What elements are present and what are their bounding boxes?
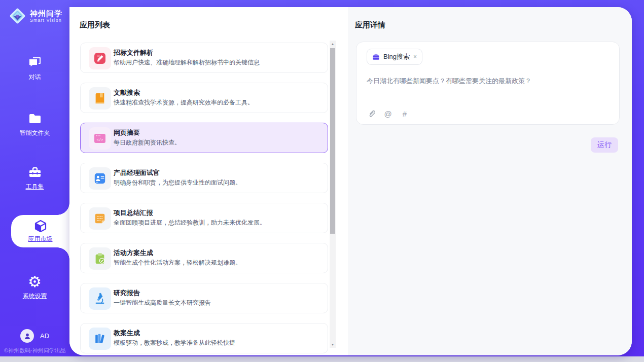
paperclip-icon[interactable] xyxy=(367,109,376,118)
app-desc: 全面回顾项目进展，总结经验教训，助力未来优化发展。 xyxy=(114,219,266,227)
diamond-logo-icon xyxy=(8,7,27,25)
app-title: 项目总结汇报 xyxy=(114,208,153,218)
brand-text: 神州问学 Smart Vision xyxy=(30,9,62,23)
attachment-toolbar: @ # xyxy=(367,109,409,118)
app-desc: 模板驱动，教案秒成，教学准备从此轻松快捷 xyxy=(114,339,235,347)
run-button[interactable]: 运行 xyxy=(591,137,618,153)
list-scrollbar[interactable]: ▲ ▼ xyxy=(330,41,336,348)
app-desc: 帮助用户快速、准确地理解和解析招标书中的关键信息 xyxy=(114,58,260,67)
interviewer-icon xyxy=(89,167,111,190)
chat-icon xyxy=(28,56,42,70)
user-account[interactable]: AD xyxy=(20,329,49,343)
sidebar-item-toolset[interactable]: 工具集 xyxy=(0,165,69,191)
app-title: 研究报告 xyxy=(114,288,140,298)
tool-tag-label: Bing搜索 xyxy=(383,52,410,61)
sidebar-item-app-market[interactable]: 应用市场 xyxy=(11,215,69,247)
app-shell: 神州问学 Smart Vision 对话 智能文件夹 xyxy=(0,0,644,356)
tool-tag-bing-search[interactable]: Bing搜索 × xyxy=(367,49,422,65)
app-title: 文献搜索 xyxy=(114,88,140,97)
user-icon xyxy=(23,332,31,340)
sidebar-item-label: 应用市场 xyxy=(28,235,53,243)
app-detail-title: 应用详情 xyxy=(355,20,385,30)
app-card-pm-interviewer[interactable]: 产品经理面试官 明确身份和职责，为您提供专业性的面试问题。 xyxy=(80,163,328,193)
scrollbar-thumb[interactable] xyxy=(330,48,335,234)
brand-subtitle: Smart Vision xyxy=(30,18,62,23)
prompt-card: Bing搜索 × 今日湖北有哪些新闻要点？有哪些需要关注的最新政策？ @ # xyxy=(356,42,620,125)
app-card-bid-parse[interactable]: 招标文件解析 帮助用户快速、准确地理解和解析招标书中的关键信息 xyxy=(80,43,328,73)
sidebar-item-label: 对话 xyxy=(29,73,41,82)
hashtag-icon[interactable]: # xyxy=(400,109,409,118)
books-icon xyxy=(89,328,111,350)
app-card-research-report[interactable]: 研究报告 一键智能生成高质量长文本研究报告 xyxy=(80,283,328,313)
toolbox-icon xyxy=(28,165,42,179)
app-desc: 一键智能生成高质量长文本研究报告 xyxy=(114,299,211,307)
app-list-title: 应用列表 xyxy=(80,20,110,30)
user-name: AD xyxy=(40,332,49,340)
avatar xyxy=(20,329,34,343)
sidebar-item-chat[interactable]: 对话 xyxy=(0,56,69,82)
microscope-icon xyxy=(89,287,111,310)
book-icon xyxy=(89,87,111,110)
edit-document-icon xyxy=(89,47,111,69)
main-content: 应用列表 招标文件解析 帮助用户快速、准确地理解和解析招标书中的关键信息 xyxy=(69,7,632,355)
app-desc: 每日政府新闻资讯快查。 xyxy=(114,138,181,147)
sidebar-item-label: 系统设置 xyxy=(23,292,47,301)
sidebar-item-settings[interactable]: ⚙ 系统设置 xyxy=(0,275,69,301)
app-card-literature-search[interactable]: 文献搜索 快速精准查找学术资源，提高研究效率的必备工具。 xyxy=(80,83,328,113)
note-icon xyxy=(89,207,111,230)
brand-logo: 神州问学 Smart Vision xyxy=(8,7,62,25)
gear-icon: ⚙ xyxy=(28,275,42,289)
app-title: 活动方案生成 xyxy=(114,248,153,258)
briefcase-icon xyxy=(372,53,380,61)
app-title: 招标文件解析 xyxy=(114,48,153,57)
copyright-text: ©神州数码·神州问学出品 xyxy=(4,347,66,354)
app-card-web-summary[interactable]: </> 网页摘要 每日政府新闻资讯快查。 xyxy=(80,123,328,153)
mention-icon[interactable]: @ xyxy=(383,109,392,118)
svg-text:</>: </> xyxy=(97,138,103,142)
app-card-event-plan[interactable]: 活动方案生成 智能生成个性化活动方案，轻松解决规划难题。 xyxy=(80,243,328,273)
app-title: 产品经理面试官 xyxy=(114,168,160,177)
clipboard-check-icon xyxy=(89,247,111,270)
app-desc: 智能生成个性化活动方案，轻松解决规划难题。 xyxy=(114,259,241,267)
app-card-project-summary[interactable]: 项目总结汇报 全面回顾项目进展，总结经验教训，助力未来优化发展。 xyxy=(80,203,328,233)
sidebar-item-label: 工具集 xyxy=(26,183,44,191)
app-title: 网页摘要 xyxy=(114,128,140,137)
scroll-down-arrow-icon[interactable]: ▼ xyxy=(330,341,336,348)
sidebar: 神州问学 Smart Vision 对话 智能文件夹 xyxy=(0,0,69,356)
app-desc: 明确身份和职责，为您提供专业性的面试问题。 xyxy=(114,178,241,187)
app-desc: 快速精准查找学术资源，提高研究效率的必备工具。 xyxy=(114,98,254,107)
folder-icon xyxy=(28,112,42,126)
app-detail-panel: 应用详情 Bing搜索 × 今日湖北有哪些新闻要点？有哪些需要关注的最新政策？ xyxy=(348,7,632,355)
scroll-up-arrow-icon[interactable]: ▲ xyxy=(330,41,336,47)
web-code-icon: </> xyxy=(89,127,111,150)
app-title: 教案生成 xyxy=(114,329,140,338)
app-card-lesson-plan[interactable]: 教案生成 模板驱动，教案秒成，教学准备从此轻松快捷 xyxy=(80,323,328,353)
sidebar-item-label: 智能文件夹 xyxy=(20,129,50,137)
prompt-text: 今日湖北有哪些新闻要点？有哪些需要关注的最新政策？ xyxy=(367,77,609,86)
brand-name: 神州问学 xyxy=(30,9,62,18)
app-list: 招标文件解析 帮助用户快速、准确地理解和解析招标书中的关键信息 文献搜索 快速精… xyxy=(80,43,328,355)
sidebar-item-smart-folder[interactable]: 智能文件夹 xyxy=(0,112,69,137)
app-list-panel: 应用列表 招标文件解析 帮助用户快速、准确地理解和解析招标书中的关键信息 xyxy=(69,7,348,355)
cube-icon xyxy=(33,219,48,233)
tag-close-icon[interactable]: × xyxy=(413,54,417,60)
